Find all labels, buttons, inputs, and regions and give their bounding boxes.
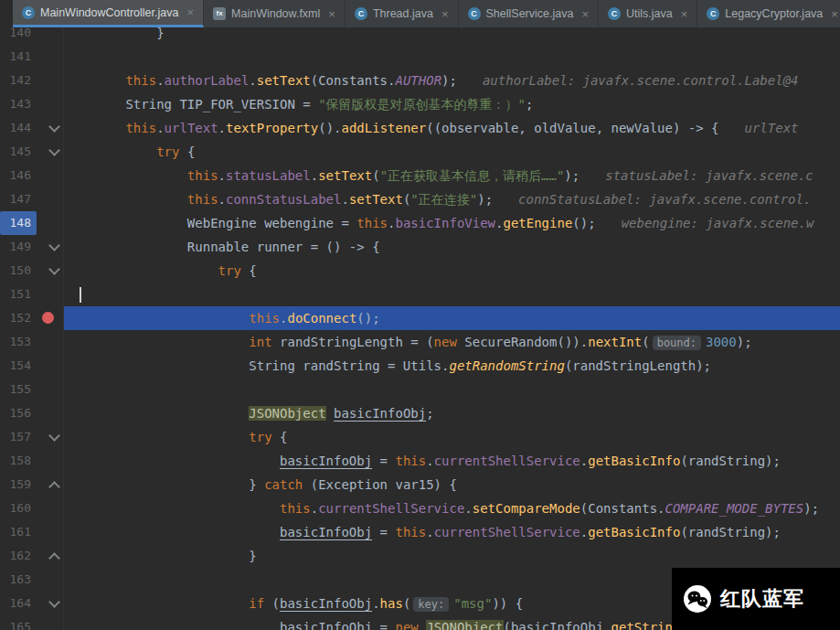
close-tab-icon[interactable]: × [328, 8, 335, 20]
code-line-157: 157 try { [0, 425, 840, 449]
fold-down-icon[interactable] [48, 144, 60, 156]
line-number[interactable]: 159 [0, 473, 37, 497]
line-number[interactable]: 149 [0, 235, 37, 259]
code-editor[interactable]: 140 }141142 this.authorLabel.setText(Con… [0, 27, 840, 630]
fold-down-icon[interactable] [48, 263, 60, 275]
tab-mainwindow-fxml[interactable]: fxMainWindow.fxml× [204, 0, 346, 27]
tab-shellservice-java[interactable]: CShellService.java× [459, 0, 599, 27]
code-line-156: 156 JSONObject basicInfoObj; [0, 401, 840, 425]
tab-mainwindowcontroller-java[interactable]: CMainWindowController.java× [13, 0, 204, 27]
close-tab-icon[interactable]: × [441, 8, 449, 20]
inline-debug-hint: urlText [745, 121, 799, 135]
code-text[interactable]: this.doConnect(); [64, 306, 840, 330]
line-number[interactable]: 141 [0, 45, 37, 69]
code-text[interactable]: basicInfoObj = this.currentShellService.… [64, 449, 840, 473]
code-text[interactable]: Runnable runner = () -> { [64, 235, 840, 259]
parameter-name-hint: key: [413, 597, 449, 612]
line-number[interactable]: 152 [0, 306, 37, 330]
fold-up-icon[interactable] [48, 552, 60, 564]
editor-code-area: 140 }141142 this.authorLabel.setText(Con… [0, 27, 840, 630]
tab-legacycryptor-java[interactable]: CLegacyCryptor.java× [697, 0, 840, 27]
line-number[interactable]: 165 [0, 615, 37, 630]
code-text[interactable]: try { [64, 140, 840, 164]
line-number[interactable]: 145 [0, 140, 37, 164]
close-tab-icon[interactable]: × [581, 8, 589, 20]
code-text[interactable]: String randString = Utils.getRandomStrin… [64, 354, 840, 378]
gutter-icons [37, 45, 64, 69]
fold-down-icon[interactable] [48, 430, 60, 442]
gutter-icons [37, 27, 64, 45]
line-number[interactable]: 151 [0, 283, 37, 306]
watermark: 红队蓝军 [672, 568, 840, 630]
fold-down-icon[interactable] [48, 596, 60, 608]
line-number[interactable]: 155 [0, 378, 37, 401]
gutter-icons [37, 140, 64, 164]
code-line-144: 144 this.urlText.textProperty().addListe… [0, 116, 840, 140]
code-text[interactable]: this.currentShellService.setCompareMode(… [64, 497, 840, 520]
close-tab-icon[interactable]: × [186, 6, 194, 18]
code-text[interactable]: } [64, 27, 840, 45]
text-caret [80, 287, 81, 303]
code-line-151: 151 [0, 283, 840, 306]
line-number[interactable]: 144 [0, 116, 37, 140]
gutter-icons [37, 187, 64, 211]
code-text[interactable]: try { [64, 425, 840, 449]
line-number[interactable]: 158 [0, 449, 37, 473]
tab-label: Utils.java [626, 7, 673, 20]
code-line-152: 152 this.doConnect(); [0, 306, 840, 330]
gutter-icons [37, 615, 64, 630]
tab-utils-java[interactable]: CUtils.java× [599, 0, 697, 27]
inline-debug-hint: webengine: javafx.scene.w [622, 216, 814, 230]
gutter-icons [37, 211, 64, 235]
line-number[interactable]: 162 [0, 544, 37, 568]
close-tab-icon[interactable]: × [831, 8, 838, 20]
gutter-icons [37, 259, 64, 283]
code-text[interactable]: } [64, 544, 840, 568]
code-text[interactable] [64, 283, 840, 306]
code-text[interactable] [64, 378, 840, 401]
gutter-icons [37, 544, 64, 568]
line-number[interactable]: 140 [0, 27, 37, 45]
line-number[interactable]: 157 [0, 425, 37, 449]
fold-up-icon[interactable] [48, 481, 60, 493]
line-number[interactable]: 156 [0, 401, 37, 425]
code-text[interactable]: try { [64, 259, 840, 283]
line-number[interactable]: 154 [0, 354, 37, 378]
code-text[interactable]: WebEngine webengine = this.basicInfoView… [64, 211, 840, 235]
code-text[interactable]: JSONObject basicInfoObj; [64, 401, 840, 425]
line-number[interactable]: 150 [0, 259, 37, 283]
line-number[interactable]: 143 [0, 92, 37, 116]
code-text[interactable]: this.statusLabel.setText("正在获取基本信息，请稍后……… [64, 164, 840, 187]
gutter-icons [37, 354, 64, 378]
code-line-141: 141 [0, 45, 840, 69]
code-text[interactable]: this.connStatusLabel.setText("正在连接");con… [64, 187, 840, 211]
code-text[interactable]: String TIP_FOR_VERSION = "保留版权是对原创基本的尊重：… [64, 92, 840, 116]
code-text[interactable]: this.urlText.textProperty().addListener(… [64, 116, 840, 140]
code-line-145: 145 try { [0, 140, 840, 164]
code-line-153: 153 int randStringLength = (new SecureRa… [0, 330, 840, 354]
code-text[interactable] [64, 45, 840, 69]
line-number[interactable]: 148 [0, 211, 37, 235]
fold-down-icon[interactable] [48, 240, 60, 251]
gutter-icons [37, 164, 64, 187]
line-number[interactable]: 146 [0, 164, 37, 187]
line-number[interactable]: 163 [0, 568, 37, 592]
line-number[interactable]: 153 [0, 330, 37, 354]
line-number[interactable]: 147 [0, 187, 37, 211]
inline-debug-hint: authorLabel: javafx.scene.control.Label@… [483, 73, 799, 88]
line-number[interactable]: 160 [0, 497, 37, 520]
line-number[interactable]: 161 [0, 520, 37, 544]
code-text[interactable]: basicInfoObj = this.currentShellService.… [64, 520, 840, 544]
gutter-icons [37, 283, 64, 306]
close-tab-icon[interactable]: × [681, 8, 688, 20]
breakpoint-icon[interactable] [42, 312, 54, 324]
line-number[interactable]: 164 [0, 592, 37, 615]
fold-down-icon[interactable] [48, 121, 60, 133]
line-number[interactable]: 142 [0, 69, 37, 92]
code-line-149: 149 Runnable runner = () -> { [0, 235, 840, 259]
tabbar-corner [0, 0, 13, 27]
code-text[interactable]: int randStringLength = (new SecureRandom… [64, 330, 840, 354]
tab-thread-java[interactable]: CThread.java× [346, 0, 459, 27]
code-text[interactable]: } catch (Exception var15) { [64, 473, 840, 497]
code-text[interactable]: this.authorLabel.setText(Constants.AUTHO… [64, 69, 840, 92]
